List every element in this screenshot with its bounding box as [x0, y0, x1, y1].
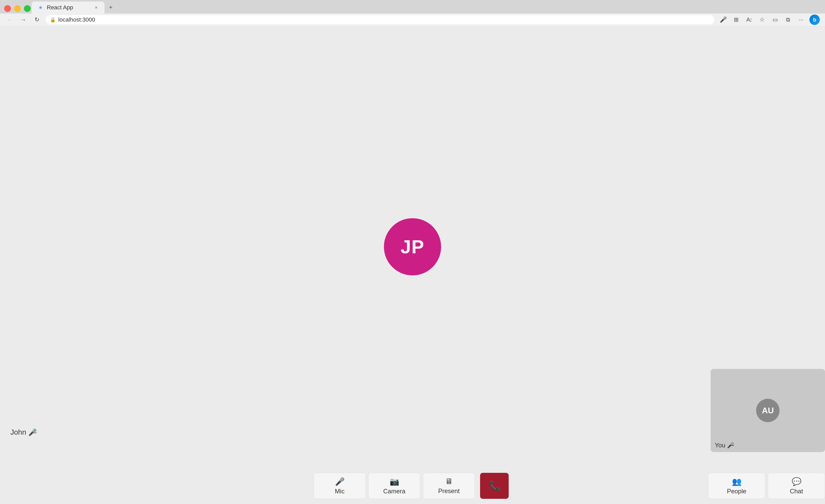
url-text: localhost:3000 [58, 16, 95, 23]
main-content: JP John 🎤̶ AU You 🎤̶ 🎤 Mic 📷 [0, 26, 825, 504]
reload-button[interactable]: ↻ [32, 15, 42, 24]
browser-chrome: ⚛ React App × + ← → ↻ 🔒 localhost:3000 🎤… [0, 0, 825, 26]
grid-button[interactable]: ⊞ [732, 15, 741, 24]
toolbar-icons: 🎤 ⊞ Aː ☆ ▭ ⧉ ··· b [719, 14, 820, 25]
present-button[interactable]: 🖥 Present [423, 473, 475, 499]
people-button[interactable]: 👥 People [708, 473, 765, 499]
self-muted-icon: 🎤̶ [727, 442, 734, 449]
mic-icon: 🎤 [335, 477, 345, 486]
split-view-button[interactable]: ▭ [770, 15, 780, 24]
self-initials: AU [762, 406, 774, 415]
read-mode-button[interactable]: Aː [744, 15, 754, 24]
main-participant-avatar: JP [384, 218, 441, 275]
self-avatar: AU [756, 399, 779, 422]
close-tab-button[interactable]: × [93, 4, 99, 11]
mic-browser-button[interactable]: 🎤 [719, 15, 728, 24]
extensions-button[interactable]: ⧉ [783, 15, 793, 24]
tab-favicon-icon: ⚛ [37, 4, 44, 11]
camera-label: Camera [383, 488, 405, 495]
url-bar[interactable]: 🔒 localhost:3000 [46, 15, 714, 24]
tab-bar: ⚛ React App × + [0, 0, 825, 13]
mic-button[interactable]: 🎤 Mic [314, 473, 366, 499]
favorites-button[interactable]: ☆ [757, 15, 767, 24]
video-area: JP John 🎤̶ AU You 🎤̶ [0, 26, 825, 468]
present-label: Present [438, 487, 460, 495]
camera-button[interactable]: 📷 Camera [368, 473, 420, 499]
new-tab-button[interactable]: + [105, 2, 116, 12]
mic-label: Mic [335, 488, 345, 495]
present-icon: 🖥 [445, 477, 453, 486]
tab-title: React App [47, 4, 90, 11]
muted-icon: 🎤̶ [28, 428, 36, 436]
lock-icon: 🔒 [50, 17, 56, 23]
window-controls [4, 5, 31, 13]
minimize-window-button[interactable] [14, 5, 21, 12]
participant-label: John 🎤̶ [10, 428, 36, 436]
end-call-button[interactable]: 📞 [480, 473, 509, 499]
forward-button[interactable]: → [19, 15, 28, 24]
self-preview: AU You 🎤̶ [710, 369, 825, 452]
maximize-window-button[interactable] [24, 5, 31, 12]
end-call-icon: 📞 [489, 480, 500, 491]
chat-button[interactable]: 💬 Chat [768, 473, 825, 499]
back-button[interactable]: ← [5, 15, 14, 24]
self-label: You 🎤̶ [715, 442, 734, 449]
right-controls: 👥 People 💬 Chat [708, 473, 825, 499]
people-icon: 👥 [732, 477, 742, 486]
chat-icon: 💬 [792, 477, 801, 486]
self-name: You [715, 442, 726, 449]
active-tab[interactable]: ⚛ React App × [32, 2, 104, 13]
main-participant-initials: JP [400, 236, 425, 257]
bing-icon[interactable]: b [809, 14, 820, 25]
address-bar: ← → ↻ 🔒 localhost:3000 🎤 ⊞ Aː ☆ ▭ ⧉ ··· … [0, 13, 825, 26]
people-label: People [727, 488, 747, 495]
control-bar: 🎤 Mic 📷 Camera 🖥 Present 📞 👥 People 💬 [0, 468, 825, 504]
participant-name: John [10, 428, 26, 436]
close-window-button[interactable] [4, 5, 11, 12]
chat-label: Chat [790, 488, 803, 495]
main-controls: 🎤 Mic 📷 Camera 🖥 Present 📞 [314, 473, 511, 499]
camera-icon: 📷 [390, 477, 399, 486]
more-button[interactable]: ··· [797, 15, 806, 24]
